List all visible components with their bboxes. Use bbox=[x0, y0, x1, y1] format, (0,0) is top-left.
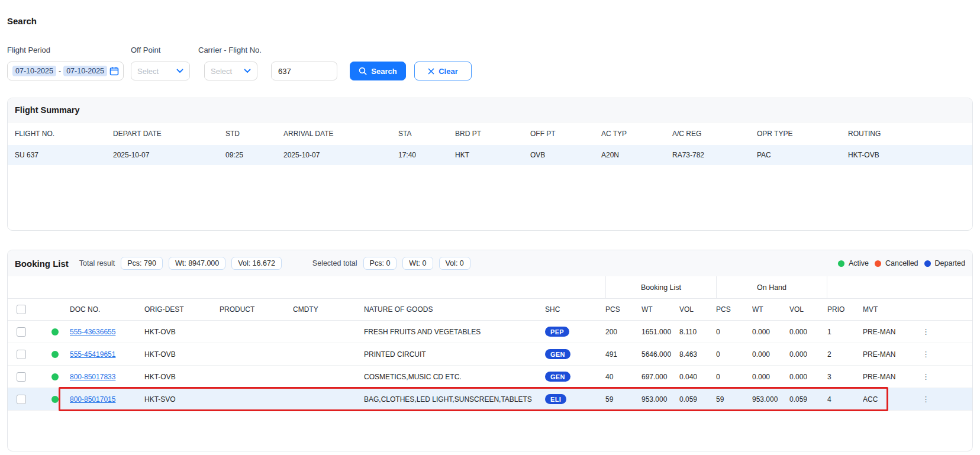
bk-pcs-cell: 200 bbox=[605, 328, 641, 336]
close-icon bbox=[428, 68, 434, 75]
flight-summary-header-row: FLIGHT NO.DEPART DATESTDARRIVAL DATESTAB… bbox=[8, 122, 972, 145]
bk-vol-cell: 0.059 bbox=[679, 395, 716, 404]
table-row[interactable]: 800-85017015HKT-SVOBAG,CLOTHES,LED LIGHT… bbox=[8, 388, 972, 411]
bk-vol-cell: 0.040 bbox=[679, 373, 716, 381]
oh-wt-cell: 0.000 bbox=[752, 350, 789, 359]
kebab-menu-icon[interactable]: ⋮ bbox=[919, 393, 933, 405]
doc-no-link[interactable]: 800-85017833 bbox=[70, 373, 115, 381]
oh-wt-cell: 0.000 bbox=[752, 328, 789, 336]
oh-vol-cell: 0.059 bbox=[789, 395, 827, 404]
row-checkbox[interactable] bbox=[17, 327, 26, 337]
group-header-booking-list: Booking List bbox=[605, 276, 716, 298]
booking-col-header: PRIO bbox=[827, 305, 863, 314]
booking-col-header: WT bbox=[752, 305, 789, 314]
row-checkbox[interactable] bbox=[17, 395, 26, 404]
bk-wt-cell: 953.000 bbox=[641, 395, 679, 404]
calendar-icon[interactable] bbox=[109, 66, 119, 76]
clear-button[interactable]: Clear bbox=[414, 62, 472, 80]
shc-badge: GEN bbox=[545, 372, 570, 382]
booking-list-card: Booking List Total result Pcs: 790 Wt: 8… bbox=[7, 250, 973, 451]
doc-no-link[interactable]: 555-43636655 bbox=[70, 328, 115, 336]
shc-badge: GEN bbox=[545, 349, 570, 359]
bk-pcs-cell: 59 bbox=[605, 395, 641, 404]
flight-summary-cell: A20N bbox=[594, 145, 665, 165]
row-checkbox[interactable] bbox=[17, 350, 26, 359]
status-dot-icon bbox=[51, 396, 59, 403]
flight-period-end[interactable]: 07-10-2025 bbox=[63, 66, 107, 76]
bk-pcs-cell: 491 bbox=[605, 350, 641, 359]
doc-no-cell: 800-85017833 bbox=[70, 373, 144, 381]
status-cell bbox=[43, 328, 70, 335]
kebab-menu-icon[interactable]: ⋮ bbox=[919, 348, 933, 360]
flight-summary-cell: 2025-10-07 bbox=[276, 145, 391, 165]
flight-summary-col-header: STD bbox=[218, 122, 276, 145]
carrier-select[interactable]: Select bbox=[204, 62, 257, 80]
flight-summary-col-header: A/C REG bbox=[665, 122, 750, 145]
bk-pcs-cell: 40 bbox=[605, 373, 641, 381]
doc-no-cell: 555-45419651 bbox=[70, 350, 144, 359]
table-row[interactable]: 555-45419651HKT-OVBPRINTED CIRCUITGEN491… bbox=[8, 343, 972, 366]
booking-list-title: Booking List bbox=[15, 259, 69, 269]
oh-vol-cell: 0.000 bbox=[789, 373, 827, 381]
flight-summary-title: Flight Summary bbox=[8, 98, 972, 122]
nature-of-goods-cell: PRINTED CIRCUIT bbox=[364, 350, 545, 359]
kebab-menu-icon[interactable]: ⋮ bbox=[919, 325, 933, 338]
booking-col-header: PRODUCT bbox=[220, 305, 293, 314]
flight-summary-col-header: BRD PT bbox=[448, 122, 523, 145]
booking-col-header: WT bbox=[641, 305, 679, 314]
legend-item-cancelled: Cancelled bbox=[875, 259, 918, 267]
page: Search Flight Period Off Point Carrier -… bbox=[0, 0, 980, 451]
legend-item-departed: Departed bbox=[924, 259, 965, 267]
nature-of-goods-cell: COSMETICS,MUSIC CD ETC. bbox=[364, 373, 545, 381]
table-row[interactable]: 800-85017833HKT-OVBCOSMETICS,MUSIC CD ET… bbox=[8, 366, 972, 388]
shc-badge: ELI bbox=[545, 394, 566, 404]
flight-number-input[interactable] bbox=[271, 62, 337, 80]
row-actions-cell: ⋮ bbox=[914, 328, 972, 336]
flight-summary-cell: 2025-10-07 bbox=[106, 145, 218, 165]
doc-no-link[interactable]: 555-45419651 bbox=[70, 350, 115, 359]
flight-summary-data-row[interactable]: SU 6372025-10-0709:252025-10-0717:40HKTO… bbox=[8, 145, 972, 165]
prio-cell: 2 bbox=[827, 350, 863, 359]
status-cell bbox=[43, 351, 70, 358]
flight-summary-col-header: ARRIVAL DATE bbox=[276, 122, 391, 145]
filter-controls: 07-10-2025 - 07-10-2025 Select Select S bbox=[7, 62, 973, 80]
flight-summary-col-header: FLIGHT NO. bbox=[8, 122, 106, 145]
prio-cell: 3 bbox=[827, 373, 863, 381]
group-spacer-right bbox=[827, 276, 972, 298]
row-checkbox-cell bbox=[8, 395, 43, 404]
search-button-label: Search bbox=[371, 67, 396, 76]
total-pcs-chip: Pcs: 790 bbox=[121, 257, 163, 270]
flight-summary-cell: HKT bbox=[448, 145, 523, 165]
chevron-down-icon bbox=[176, 69, 183, 73]
booking-col-header: ORIG-DEST bbox=[144, 305, 220, 314]
row-checkbox[interactable] bbox=[17, 372, 26, 382]
oh-pcs-cell: 0 bbox=[716, 350, 752, 359]
booking-col-header: VOL bbox=[789, 305, 827, 314]
search-section-title: Search bbox=[7, 0, 973, 26]
booking-list-toolbar: Booking List Total result Pcs: 790 Wt: 8… bbox=[8, 250, 972, 276]
kebab-menu-icon[interactable]: ⋮ bbox=[919, 370, 933, 383]
doc-no-link[interactable]: 800-85017015 bbox=[70, 395, 115, 404]
oh-vol-cell: 0.000 bbox=[789, 328, 827, 336]
shc-badge: PEP bbox=[545, 327, 569, 337]
total-wt-chip: Wt: 8947.000 bbox=[169, 257, 225, 270]
orig-dest-cell: HKT-OVB bbox=[144, 373, 220, 381]
booking-col-header: CMDTY bbox=[293, 305, 364, 314]
bk-vol-cell: 8.110 bbox=[679, 328, 716, 336]
search-button[interactable]: Search bbox=[350, 62, 406, 80]
flight-summary-col-header: STA bbox=[391, 122, 448, 145]
flight-period-range-picker[interactable]: 07-10-2025 - 07-10-2025 bbox=[7, 62, 124, 80]
flight-summary-col-header: OPR TYPE bbox=[750, 122, 841, 145]
off-point-select[interactable]: Select bbox=[131, 62, 190, 80]
booking-col-header: VOL bbox=[679, 305, 716, 314]
table-row[interactable]: 555-43636655HKT-OVBFRESH FRUITS AND VEGE… bbox=[8, 321, 972, 343]
flight-period-start[interactable]: 07-10-2025 bbox=[12, 66, 56, 76]
filter-labels: Flight Period Off Point Carrier - Flight… bbox=[7, 46, 973, 54]
nature-of-goods-cell: FRESH FRUITS AND VEGETABLES bbox=[364, 328, 545, 336]
oh-vol-cell: 0.000 bbox=[789, 350, 827, 359]
oh-pcs-cell: 0 bbox=[716, 328, 752, 336]
orig-dest-cell: HKT-SVO bbox=[144, 395, 220, 404]
row-checkbox-cell bbox=[8, 350, 43, 359]
select-all-checkbox[interactable] bbox=[17, 305, 26, 314]
oh-wt-cell: 0.000 bbox=[752, 373, 789, 381]
